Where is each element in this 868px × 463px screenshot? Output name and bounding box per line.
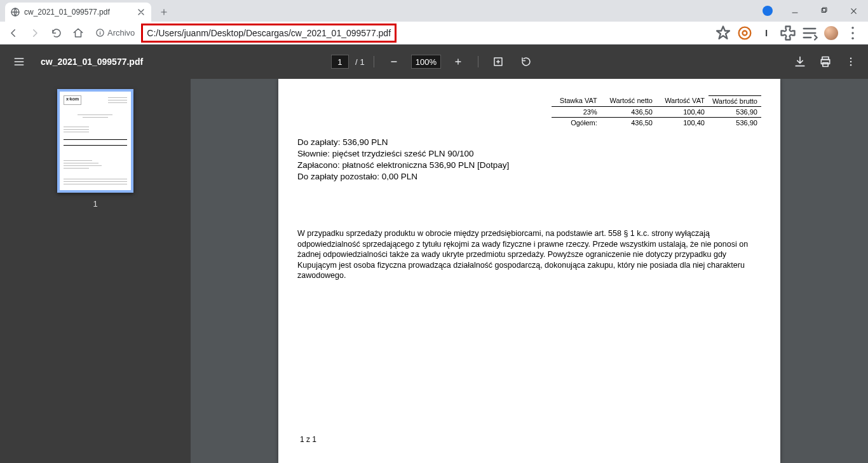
totals-col-netto: Wartość netto — [601, 95, 656, 106]
extension-circle-icon[interactable] — [736, 24, 754, 42]
print-button[interactable] — [815, 51, 836, 73]
svg-rect-2 — [823, 8, 827, 11]
pay-line-4: Do zapłaty pozostało: 0,00 PLN — [297, 171, 761, 183]
back-button[interactable] — [4, 24, 23, 43]
page-total: /1 — [355, 57, 365, 67]
address-bar-row: Archivo C:/Users/juanm/Desktop/Descargas… — [0, 22, 868, 45]
separator — [374, 56, 374, 67]
zoom-in-button[interactable] — [447, 51, 469, 73]
svg-point-15 — [850, 64, 851, 66]
reload-button[interactable] — [47, 24, 66, 43]
tab-title: cw_2021_01_099577.pdf — [24, 8, 132, 17]
new-tab-button[interactable] — [155, 3, 173, 21]
zoom-out-button[interactable] — [383, 51, 405, 73]
svg-point-7 — [851, 32, 854, 34]
profile-avatar[interactable] — [822, 24, 840, 42]
pdf-toolbar: cw_2021_01_099577.pdf 1 /1 100% — [0, 45, 868, 79]
bookmark-star-icon[interactable] — [714, 24, 732, 42]
totals-sum-brutto: 536,90 — [709, 117, 761, 128]
page-number-input[interactable]: 1 — [331, 55, 349, 69]
totals-sum-vat: 100,40 — [656, 117, 709, 128]
globe-icon — [10, 7, 20, 17]
maximize-button[interactable] — [810, 0, 839, 22]
thumbnail-page-1[interactable]: x·kom — [57, 89, 133, 193]
pdf-file-title: cw_2021_01_099577.pdf — [41, 57, 143, 67]
totals-row1-netto: 436,50 — [601, 106, 656, 117]
payment-block: Do zapłaty: 536,90 PLN Słownie: pięćset … — [297, 137, 761, 183]
file-info-chip[interactable]: Archivo — [93, 28, 137, 38]
svg-point-13 — [850, 58, 851, 59]
close-tab-icon[interactable] — [136, 7, 146, 17]
totals-row1-vat: 100,40 — [656, 106, 709, 117]
page-scroll-area[interactable]: Stawka VAT Wartość netto Wartość VAT War… — [191, 79, 868, 463]
separator — [478, 56, 478, 67]
browser-tab[interactable]: cw_2021_01_099577.pdf — [5, 3, 151, 22]
thumbnail-page-number: 1 — [93, 199, 97, 209]
totals-sum-label: Ogółem: — [552, 117, 601, 128]
rotate-button[interactable] — [515, 51, 537, 73]
omnibox[interactable]: Archivo C:/Users/juanm/Desktop/Descargas… — [93, 24, 709, 42]
reading-list-icon[interactable] — [801, 24, 818, 42]
totals-row1-brutto: 536,90 — [709, 106, 761, 117]
account-indicator-icon[interactable] — [763, 6, 773, 16]
totals-sum-netto: 436,50 — [601, 117, 656, 128]
file-info-label: Archivo — [107, 28, 135, 38]
avatar-icon — [824, 26, 838, 40]
totals-row1-stawka: 23% — [552, 106, 601, 117]
minimize-button[interactable] — [780, 0, 810, 22]
pay-line-2: Słownie: pięćset trzydzieści sześć PLN 9… — [297, 148, 761, 160]
close-window-button[interactable] — [839, 0, 868, 22]
svg-point-6 — [851, 27, 854, 29]
totals-table: Stawka VAT Wartość netto Wartość VAT War… — [552, 90, 761, 128]
totals-col-stawka: Stawka VAT — [552, 95, 601, 106]
download-button[interactable] — [789, 51, 811, 73]
forward-button[interactable] — [25, 24, 44, 43]
url-highlight[interactable]: C:/Users/juanm/Desktop/Descargas/cw_2021… — [141, 24, 397, 43]
totals-col-vat: Wartość VAT — [656, 95, 709, 106]
pdf-viewer: x·kom — [0, 79, 868, 463]
chrome-menu-button[interactable] — [844, 24, 862, 42]
totals-col-brutto: Wartość brutto — [709, 95, 761, 106]
svg-point-4 — [739, 27, 751, 39]
tab-strip: cw_2021_01_099577.pdf — [0, 0, 868, 22]
svg-point-14 — [850, 61, 851, 62]
home-button[interactable] — [69, 24, 88, 43]
extensions-puzzle-icon[interactable] — [779, 24, 797, 42]
zoom-level-input[interactable]: 100% — [411, 55, 441, 69]
pdf-sidebar-toggle[interactable] — [6, 49, 32, 74]
letter-i-icon[interactable]: I — [757, 24, 775, 42]
pdf-more-menu[interactable] — [840, 51, 862, 73]
svg-point-8 — [851, 37, 854, 39]
pay-line-1: Do zapłaty: 536,90 PLN — [297, 137, 761, 148]
page-footer-number: 1 z 1 — [300, 435, 316, 444]
thumbnail-sidebar: x·kom — [0, 79, 191, 463]
thumb-logo-text: x·kom — [64, 95, 81, 105]
legal-paragraph: W przypadku sprzedaży produktu w obrocie… — [297, 228, 761, 281]
toolbar-right-icons: I — [714, 24, 864, 42]
svg-rect-1 — [822, 9, 826, 13]
fit-page-button[interactable] — [487, 51, 509, 73]
pay-line-3: Zapłacono: płatność elektroniczna 536,90… — [297, 160, 761, 171]
pdf-page: Stawka VAT Wartość netto Wartość VAT War… — [278, 79, 780, 463]
svg-point-5 — [743, 31, 747, 35]
window-controls — [780, 0, 868, 22]
